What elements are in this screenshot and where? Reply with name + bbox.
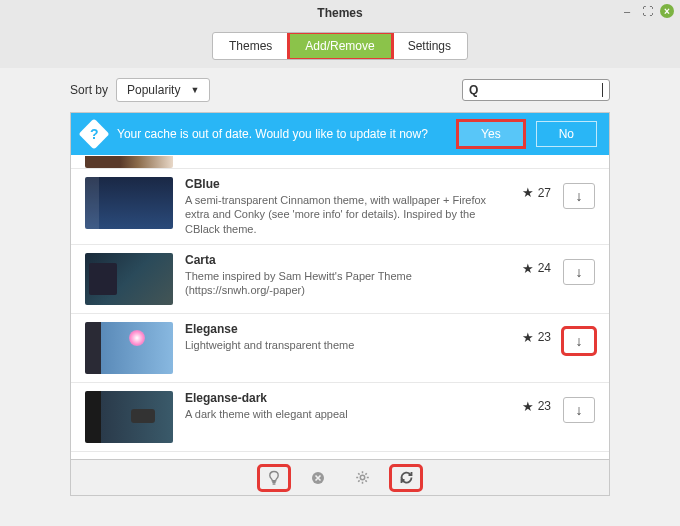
- sort-dropdown-value: Popularity: [127, 83, 180, 97]
- theme-rating: ★ 27: [509, 185, 551, 200]
- clear-icon: [311, 471, 325, 485]
- sort-dropdown[interactable]: Popularity ▼: [116, 78, 210, 102]
- star-icon: ★: [522, 185, 534, 200]
- theme-thumbnail: [85, 156, 173, 168]
- theme-rating: ★ 24: [509, 261, 551, 276]
- svg-point-1: [360, 475, 364, 479]
- theme-list[interactable]: CBlue A semi-transparent Cinnamon theme,…: [71, 155, 609, 459]
- settings-button[interactable]: [347, 466, 377, 490]
- bottom-toolbar: [70, 460, 610, 496]
- theme-row-partial: [71, 155, 609, 169]
- theme-info: Eleganse-dark A dark theme with elegant …: [185, 391, 497, 421]
- tab-add-remove[interactable]: Add/Remove: [289, 33, 391, 59]
- theme-name: Eleganse: [185, 322, 497, 336]
- banner-yes-button[interactable]: Yes: [458, 121, 524, 147]
- star-icon: ★: [522, 261, 534, 276]
- theme-row[interactable]: Adapta A light theme based on Material D…: [71, 452, 609, 459]
- download-icon: ↓: [576, 188, 583, 204]
- theme-thumbnail: [85, 177, 173, 229]
- rating-value: 24: [538, 261, 551, 275]
- tab-group: Themes Add/Remove Settings: [212, 32, 468, 60]
- search-cursor: [602, 83, 603, 97]
- theme-name: Eleganse-dark: [185, 391, 497, 405]
- refresh-icon: [399, 470, 414, 485]
- theme-row[interactable]: Eleganse-dark A dark theme with elegant …: [71, 383, 609, 452]
- rating-value: 23: [538, 399, 551, 413]
- tab-bar: Themes Add/Remove Settings: [0, 26, 680, 68]
- theme-info: CBlue A semi-transparent Cinnamon theme,…: [185, 177, 497, 236]
- theme-info: Carta Theme inspired by Sam Hewitt's Pap…: [185, 253, 497, 298]
- star-icon: ★: [522, 330, 534, 345]
- main-panel: ? Your cache is out of date. Would you l…: [70, 112, 610, 460]
- theme-name: CBlue: [185, 177, 497, 191]
- theme-name: Carta: [185, 253, 497, 267]
- toolbar: Sort by Popularity ▼ Q: [0, 68, 680, 112]
- theme-info: Eleganse Lightweight and transparent the…: [185, 322, 497, 352]
- theme-row[interactable]: Carta Theme inspired by Sam Hewitt's Pap…: [71, 245, 609, 314]
- window-controls: – ⛶ ×: [620, 4, 674, 18]
- sort-label: Sort by: [70, 83, 108, 97]
- theme-rating: ★ 23: [509, 399, 551, 414]
- banner-message: Your cache is out of date. Would you lik…: [117, 127, 446, 141]
- download-icon: ↓: [576, 264, 583, 280]
- download-icon: ↓: [576, 333, 583, 349]
- theme-thumbnail: [85, 253, 173, 305]
- download-button[interactable]: ↓: [563, 328, 595, 354]
- clear-button[interactable]: [303, 466, 333, 490]
- search-input[interactable]: [484, 83, 596, 97]
- theme-rating: ★ 23: [509, 330, 551, 345]
- theme-row[interactable]: CBlue A semi-transparent Cinnamon theme,…: [71, 169, 609, 245]
- info-icon: ?: [78, 118, 109, 149]
- star-icon: ★: [522, 399, 534, 414]
- theme-thumbnail: [85, 322, 173, 374]
- search-icon: Q: [469, 83, 478, 97]
- close-button[interactable]: ×: [660, 4, 674, 18]
- search-box[interactable]: Q: [462, 79, 610, 101]
- cache-banner: ? Your cache is out of date. Would you l…: [71, 113, 609, 155]
- download-button[interactable]: ↓: [563, 397, 595, 423]
- minimize-button[interactable]: –: [620, 4, 634, 18]
- titlebar: Themes – ⛶ ×: [0, 0, 680, 26]
- gear-icon: [355, 470, 370, 485]
- theme-description: Lightweight and transparent theme: [185, 338, 497, 352]
- theme-description: A dark theme with elegant appeal: [185, 407, 497, 421]
- download-button[interactable]: ↓: [563, 183, 595, 209]
- tab-settings[interactable]: Settings: [392, 33, 467, 59]
- rating-value: 27: [538, 186, 551, 200]
- theme-description: Theme inspired by Sam Hewitt's Paper The…: [185, 269, 497, 298]
- theme-description: A semi-transparent Cinnamon theme, with …: [185, 193, 497, 236]
- lightbulb-icon: [267, 470, 281, 486]
- theme-row[interactable]: Eleganse Lightweight and transparent the…: [71, 314, 609, 383]
- maximize-button[interactable]: ⛶: [640, 4, 654, 18]
- download-icon: ↓: [576, 402, 583, 418]
- rating-value: 23: [538, 330, 551, 344]
- chevron-down-icon: ▼: [190, 85, 199, 95]
- window-title: Themes: [317, 6, 362, 20]
- tab-themes[interactable]: Themes: [213, 33, 289, 59]
- banner-no-button[interactable]: No: [536, 121, 597, 147]
- refresh-button[interactable]: [391, 466, 421, 490]
- download-button[interactable]: ↓: [563, 259, 595, 285]
- theme-thumbnail: [85, 391, 173, 443]
- tip-button[interactable]: [259, 466, 289, 490]
